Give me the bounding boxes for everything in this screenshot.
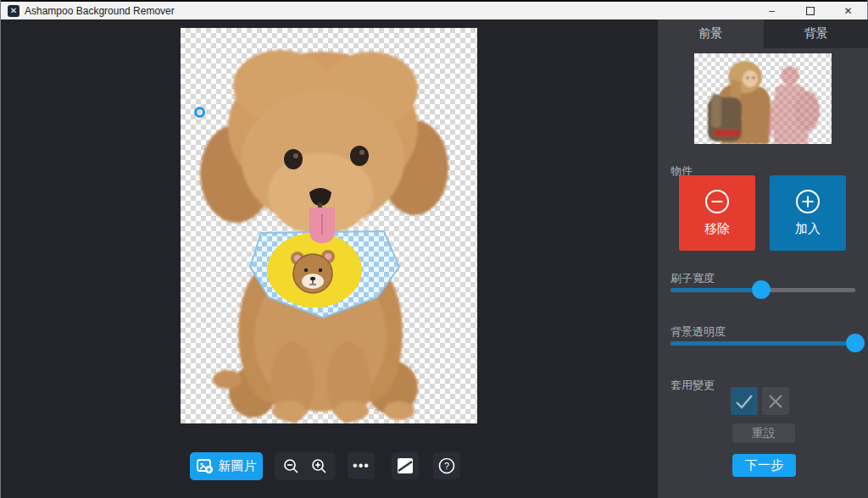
thumbnail-image <box>694 53 832 144</box>
slider-thumb[interactable] <box>752 280 771 299</box>
next-step-button[interactable]: 下一步 <box>732 454 796 477</box>
slider-fill <box>670 288 761 292</box>
reset-button[interactable]: 重設 <box>732 423 795 443</box>
bg-opacity-slider[interactable] <box>670 334 855 352</box>
add-label: 加入 <box>795 221 821 237</box>
tab-background[interactable]: 背景 <box>764 19 868 48</box>
window-title: Ashampoo Background Remover <box>25 5 175 17</box>
apply-changes-label: 套用變更 <box>670 378 715 393</box>
zoom-out-icon[interactable] <box>283 458 299 474</box>
check-icon <box>735 394 754 409</box>
minimize-button[interactable]: – <box>753 2 791 19</box>
brush-cursor-icon <box>194 107 205 118</box>
toggle-background-button[interactable] <box>392 452 419 479</box>
image-canvas[interactable] <box>181 28 477 423</box>
slider-thumb[interactable] <box>846 334 865 352</box>
plus-circle-icon <box>795 189 821 214</box>
remove-button[interactable]: 移除 <box>679 175 755 251</box>
help-button[interactable]: ? <box>433 452 460 479</box>
app-logo-icon: ✕ <box>8 5 19 17</box>
remove-label: 移除 <box>704 221 730 237</box>
minus-circle-icon <box>704 189 730 214</box>
add-button[interactable]: 加入 <box>770 175 846 251</box>
brush-width-slider[interactable] <box>670 280 855 299</box>
close-button[interactable]: ✕ <box>829 2 867 19</box>
preview-thumbnail[interactable] <box>694 53 832 144</box>
new-image-label: 新圖片 <box>219 458 257 474</box>
editor-area: 新圖片 ••• ? <box>1 19 658 498</box>
more-options-button[interactable]: ••• <box>348 452 375 479</box>
zoom-controls <box>275 452 336 480</box>
zoom-in-icon[interactable] <box>311 458 327 474</box>
maximize-icon <box>806 7 815 15</box>
new-image-button[interactable]: 新圖片 <box>190 452 263 480</box>
tab-foreground[interactable]: 前景 <box>658 19 764 48</box>
compare-icon <box>397 457 414 474</box>
svg-text:?: ? <box>444 461 449 471</box>
maximize-button[interactable] <box>791 2 829 19</box>
app-window: ✕ Ashampoo Background Remover – ✕ <box>0 0 868 498</box>
apply-button[interactable] <box>731 387 758 415</box>
title-bar: ✕ Ashampoo Background Remover – ✕ <box>1 0 867 19</box>
help-icon: ? <box>438 457 455 474</box>
sidebar: 前景 背景 <box>658 19 868 498</box>
new-image-icon <box>197 459 214 474</box>
slider-fill <box>670 341 855 346</box>
tab-bar: 前景 背景 <box>658 19 868 48</box>
x-icon <box>768 394 783 409</box>
discard-button[interactable] <box>762 387 789 415</box>
dog-image <box>181 28 477 423</box>
